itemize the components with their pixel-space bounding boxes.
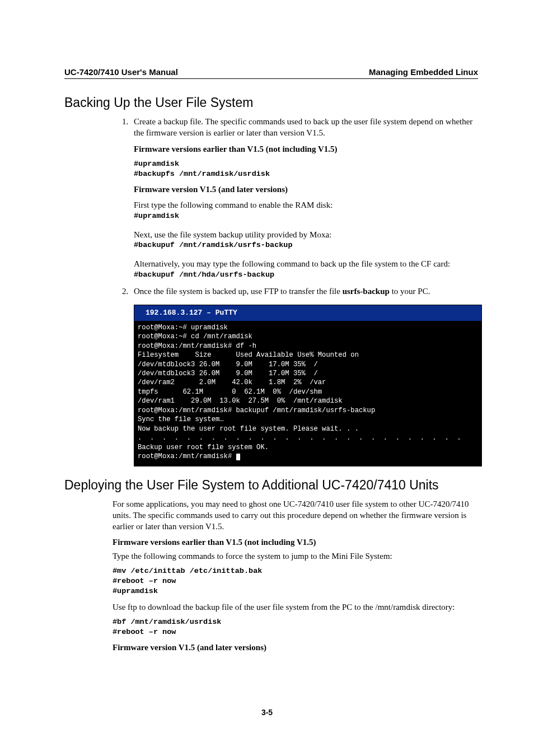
steps-list: Create a backup file. The specific comma… xyxy=(64,116,478,466)
later-cmd3: #backupuf /mnt/hda/usrfs-backup xyxy=(134,270,478,280)
terminal-wrapper: 192.168.3.127 – PuTTY root@Moxa:~# upram… xyxy=(134,305,478,466)
terminal-text: root@Moxa:~# upramdisk root@Moxa:~# cd /… xyxy=(138,324,461,461)
later-cmd1: #upramdisk xyxy=(134,211,478,221)
step1-intro: Create a backup file. The specific comma… xyxy=(134,117,472,137)
deploy-earlier-text: Type the following commands to force the… xyxy=(113,550,478,562)
terminal-titlebar: 192.168.3.127 – PuTTY xyxy=(134,305,481,321)
section-heading-deploy: Deploying the User File System to Additi… xyxy=(64,478,478,493)
section2-body: For some applications, you may need to g… xyxy=(113,498,478,654)
terminal-window: 192.168.3.127 – PuTTY root@Moxa:~# upram… xyxy=(134,305,482,466)
deploy-fw-later-heading: Firmware version V1.5 (and later version… xyxy=(113,642,478,653)
deploy-fw-earlier-heading: Firmware versions earlier than V1.5 (not… xyxy=(113,536,478,548)
step2-file: usrfs-backup xyxy=(343,287,390,296)
fw-later-heading: Firmware version V1.5 (and later version… xyxy=(134,184,478,195)
step-1: Create a backup file. The specific comma… xyxy=(130,116,478,280)
step-2: Once the file system is backed up, use F… xyxy=(130,286,478,466)
header-right: Managing Embedded Linux xyxy=(369,67,478,77)
deploy-earlier-cmds: #mv /etc/inittab /etc/inittab.bak #reboo… xyxy=(113,566,478,597)
page: UC-7420/7410 User's Manual Managing Embe… xyxy=(0,0,534,756)
step2-post: to your PC. xyxy=(390,287,430,296)
header-left: UC-7420/7410 User's Manual xyxy=(64,67,178,77)
step2-pre: Once the file system is backed up, use F… xyxy=(134,287,343,296)
later-line2: Next, use the file system backup utility… xyxy=(134,229,478,240)
later-line3: Alternatively, you may type the followin… xyxy=(134,258,478,269)
cmds-earlier: #upramdisk #backupfs /mnt/ramdisk/usrdis… xyxy=(134,159,478,179)
fw-earlier-heading: Firmware versions earlier than V1.5 (not… xyxy=(134,143,478,155)
cursor-icon xyxy=(236,454,240,460)
deploy-ftp-text: Use ftp to download the backup file of t… xyxy=(113,601,478,613)
page-header: UC-7420/7410 User's Manual Managing Embe… xyxy=(64,67,478,79)
later-cmd2: #backupuf /mnt/ramdisk/usrfs-backup xyxy=(134,240,478,250)
later-line1: First type the following command to enab… xyxy=(134,199,478,211)
terminal-body: root@Moxa:~# upramdisk root@Moxa:~# cd /… xyxy=(134,321,481,466)
section-heading-backup: Backing Up the User File System xyxy=(64,95,478,110)
deploy-intro: For some applications, you may need to g… xyxy=(113,498,478,533)
deploy-ftp-cmds: #bf /mnt/ramdisk/usrdisk #reboot –r now xyxy=(113,617,478,637)
main-content: Backing Up the User File System Create a… xyxy=(64,95,478,654)
page-footer: 3-5 xyxy=(0,708,534,717)
